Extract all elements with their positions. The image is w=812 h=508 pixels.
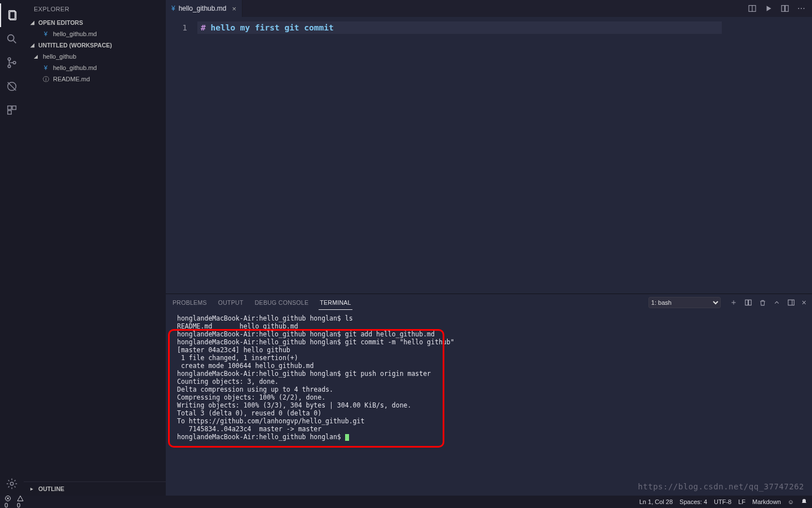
editor-content[interactable]: # hello my first git commit: [197, 17, 812, 294]
tab-problems[interactable]: PROBLEMS: [171, 299, 208, 306]
settings-gear-icon[interactable]: [0, 472, 24, 496]
bottom-panel: PROBLEMS OUTPUT DEBUG CONSOLE TERMINAL 1…: [166, 294, 812, 496]
feedback-smiley-icon[interactable]: ☺: [788, 498, 794, 505]
close-panel-icon[interactable]: ×: [802, 298, 806, 307]
status-spaces[interactable]: Spaces: 4: [679, 498, 707, 505]
svg-line-3: [14, 41, 16, 43]
svg-point-2: [8, 35, 14, 41]
split-editor-icon[interactable]: [780, 4, 789, 13]
svg-rect-16: [785, 6, 788, 12]
open-editors-label: OPEN EDITORS: [38, 19, 83, 26]
move-panel-icon[interactable]: [787, 299, 795, 306]
svg-rect-10: [12, 106, 16, 110]
markdown-file-icon: ¥: [42, 30, 50, 38]
folder-name: hello_github: [43, 53, 76, 60]
split-preview-icon[interactable]: [748, 4, 757, 13]
explorer-icon[interactable]: [0, 3, 24, 27]
markdown-file-icon: ¥: [42, 64, 50, 72]
chevron-down-icon: ◢: [30, 42, 36, 48]
tab-debug-console[interactable]: DEBUG CONSOLE: [254, 299, 310, 306]
outline-label: OUTLINE: [38, 485, 64, 492]
split-terminal-icon[interactable]: [744, 299, 752, 306]
svg-point-12: [10, 482, 14, 485]
error-count: 0: [5, 502, 8, 508]
panel-tabs: PROBLEMS OUTPUT DEBUG CONSOLE TERMINAL 1…: [166, 294, 812, 311]
svg-point-5: [8, 65, 11, 68]
terminal-select[interactable]: 1: bash: [648, 297, 721, 308]
activity-bar: [0, 0, 24, 496]
outline-header[interactable]: ▸ OUTLINE: [24, 481, 166, 496]
search-icon[interactable]: [0, 27, 24, 51]
svg-rect-11: [8, 111, 11, 114]
line-gutter: 1: [166, 17, 197, 294]
status-bar: 0 0 Ln 1, Col 28 Spaces: 4 UTF-8 LF Mark…: [0, 496, 812, 508]
run-icon[interactable]: [765, 5, 773, 12]
terminal-cursor: [345, 434, 349, 441]
editor-region: ¥ hello_github.md × ⋯ 1: [166, 0, 812, 496]
heading-text: hello my first git commit: [206, 23, 334, 32]
extensions-icon[interactable]: [0, 98, 24, 122]
editor-actions: ⋯: [741, 0, 812, 17]
line-number: 1: [166, 21, 187, 34]
workspace-header[interactable]: ◢ UNTITLED (WORKSPACE): [24, 40, 166, 51]
svg-point-4: [8, 58, 11, 60]
explorer-sidebar: EXPLORER ◢ OPEN EDITORS ¥ hello_github.m…: [24, 0, 166, 496]
warning-count: 0: [17, 502, 20, 508]
status-eol[interactable]: LF: [738, 498, 745, 505]
chevron-down-icon: ◢: [30, 20, 36, 25]
watermark-text: https://blog.csdn.net/qq_37747262: [638, 482, 804, 491]
svg-rect-15: [782, 6, 784, 12]
chevron-down-icon: ◢: [34, 54, 39, 59]
terminal-body[interactable]: honglandeMacBook-Air:hello_github hongla…: [166, 311, 812, 496]
editor-body[interactable]: 1 # hello my first git commit: [166, 17, 812, 294]
workspace-label: UNTITLED (WORKSPACE): [38, 42, 112, 49]
close-icon[interactable]: ×: [232, 5, 236, 13]
tab-output[interactable]: OUTPUT: [217, 299, 245, 306]
tab-bar: ¥ hello_github.md × ⋯: [166, 0, 812, 17]
editor-tab[interactable]: ¥ hello_github.md ×: [166, 0, 242, 17]
status-encoding[interactable]: UTF-8: [714, 498, 731, 505]
open-editors-header[interactable]: ◢ OPEN EDITORS: [24, 17, 166, 28]
svg-rect-18: [748, 300, 751, 305]
folder-item[interactable]: ◢ hello_github: [24, 51, 166, 62]
sidebar-title: EXPLORER: [24, 0, 166, 17]
info-file-icon: ⓘ: [42, 75, 50, 83]
status-warnings[interactable]: 0: [17, 495, 24, 508]
kill-terminal-icon[interactable]: [759, 299, 766, 306]
file-item[interactable]: ¥ hello_github.md: [24, 62, 166, 73]
source-control-icon[interactable]: [0, 51, 24, 75]
tab-filename: hello_github.md: [179, 5, 227, 12]
svg-point-6: [13, 62, 16, 64]
svg-rect-17: [745, 300, 748, 305]
status-language[interactable]: Markdown: [752, 498, 781, 505]
maximize-panel-icon[interactable]: [773, 299, 780, 306]
status-errors[interactable]: 0: [5, 495, 11, 508]
svg-rect-19: [788, 300, 795, 305]
more-icon[interactable]: ⋯: [797, 4, 805, 13]
markdown-file-icon: ¥: [171, 5, 175, 12]
heading-marker: #: [201, 23, 206, 32]
tab-terminal[interactable]: TERMINAL: [319, 299, 352, 310]
file-name: README.md: [53, 76, 90, 82]
chevron-right-icon: ▸: [30, 486, 36, 492]
file-item[interactable]: ⓘ README.md: [24, 73, 166, 85]
notifications-bell-icon[interactable]: [801, 498, 807, 505]
status-ln-col[interactable]: Ln 1, Col 28: [639, 498, 673, 505]
open-editor-filename: hello_github.md: [53, 30, 97, 37]
open-editor-item[interactable]: ¥ hello_github.md: [24, 28, 166, 40]
debug-icon[interactable]: [0, 75, 24, 98]
file-name: hello_github.md: [53, 64, 97, 71]
new-terminal-icon[interactable]: ＋: [730, 297, 738, 308]
svg-rect-9: [8, 106, 11, 110]
